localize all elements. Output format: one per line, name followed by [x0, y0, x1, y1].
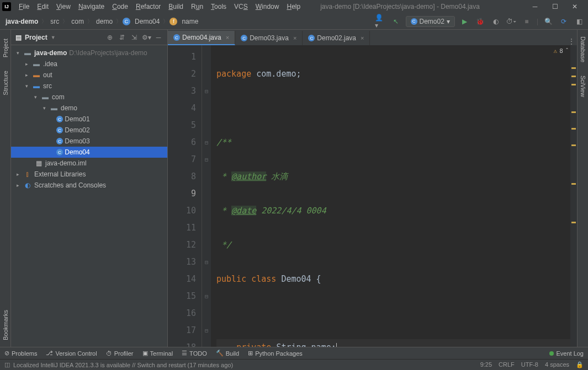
- crumb-demo[interactable]: demo: [94, 17, 115, 26]
- menu-refactor[interactable]: Refactor: [133, 2, 164, 12]
- project-tool-icon: ▤: [15, 34, 22, 41]
- tree-src[interactable]: ▾▬ src: [11, 81, 167, 92]
- chevron-down-icon: ▾: [447, 18, 450, 25]
- tab-bookmarks[interactable]: Bookmarks: [1, 303, 10, 347]
- run-config-select[interactable]: C Demo02 ▾: [406, 16, 455, 27]
- tab-project[interactable]: Project: [1, 32, 10, 64]
- tab-sciview[interactable]: SciView: [579, 69, 587, 104]
- right-tool-tabs: Database SciView: [577, 30, 588, 347]
- tab-demo03[interactable]: CDemo03.java×: [235, 31, 303, 45]
- chevron-down-icon[interactable]: ▼: [51, 35, 56, 40]
- tab-demo04[interactable]: CDemo04.java×: [168, 31, 235, 45]
- editor-area: CDemo04.java× CDemo03.java× CDemo02.java…: [168, 30, 577, 347]
- stop-button[interactable]: ■: [521, 16, 532, 27]
- menu-edit[interactable]: Edit: [34, 2, 52, 12]
- warning-icon[interactable]: ⚠: [554, 47, 558, 55]
- crumb-src[interactable]: src: [48, 17, 61, 26]
- menu-file[interactable]: File: [15, 2, 33, 12]
- menu-help[interactable]: Help: [283, 2, 304, 12]
- caret-position[interactable]: 9:25: [480, 361, 492, 368]
- tree-demo[interactable]: ▾▬ demo: [11, 103, 167, 114]
- build-icon[interactable]: ↖: [390, 16, 401, 27]
- crumb-field[interactable]: name: [179, 17, 200, 26]
- menu-navigate[interactable]: Navigate: [75, 2, 108, 12]
- breadcrumb: java-demo 〉 src 〉 com 〉 demo 〉 C Demo04 …: [3, 17, 375, 26]
- select-opened-icon[interactable]: ⊕: [105, 33, 114, 42]
- error-stripe[interactable]: [570, 45, 577, 347]
- tab-demo02[interactable]: CDemo02.java×: [303, 31, 370, 45]
- indent-info[interactable]: 4 spaces: [545, 361, 569, 368]
- tree-file-demo04[interactable]: C Demo04: [11, 147, 167, 158]
- panel-title-text: Project: [25, 34, 47, 41]
- code-area[interactable]: package com.demo; /** * @author 水滴 * @da…: [211, 45, 570, 347]
- tree-ext-lib[interactable]: ▸⫿ External Libraries: [11, 169, 167, 180]
- expand-all-icon[interactable]: ⇵: [118, 33, 126, 42]
- readonly-lock-icon[interactable]: 🔒: [576, 361, 584, 368]
- project-tree: ▾ ▬ java-demo D:\IdeaProjects\java-demo …: [11, 45, 167, 193]
- editor-body[interactable]: ⚠ 8 ˆ ˇ 12345678 9 101112131415161718 ⊟ …: [168, 45, 577, 347]
- menu-build[interactable]: Build: [165, 2, 187, 12]
- main-menu: File Edit View Navigate Code Refactor Bu…: [15, 2, 304, 12]
- crumb-com[interactable]: com: [69, 17, 86, 26]
- run-button[interactable]: ▶: [459, 16, 470, 27]
- tab-database[interactable]: Database: [579, 30, 587, 69]
- menu-tools[interactable]: Tools: [208, 2, 230, 12]
- tree-idea[interactable]: ▸▬ .idea: [11, 58, 167, 69]
- debug-button[interactable]: 🐞: [475, 16, 486, 27]
- collapse-all-icon[interactable]: ⇲: [130, 33, 139, 42]
- menu-view[interactable]: View: [53, 2, 74, 12]
- close-icon[interactable]: ×: [361, 35, 364, 41]
- menu-run[interactable]: Run: [188, 2, 206, 12]
- menu-vcs[interactable]: VCS: [231, 2, 251, 12]
- crumb-class[interactable]: Demo04: [133, 17, 162, 26]
- close-icon[interactable]: ×: [293, 35, 296, 41]
- tab-structure[interactable]: Structure: [1, 64, 10, 102]
- warning-count: 8: [559, 47, 563, 55]
- title-bar: IJ File Edit View Navigate Code Refactor…: [0, 0, 588, 13]
- tool-profiler[interactable]: ⏱Profiler: [106, 350, 134, 357]
- ide-features-button[interactable]: ◧: [574, 16, 585, 27]
- close-button[interactable]: ✕: [568, 2, 581, 11]
- tree-iml[interactable]: ▦java-demo.iml: [11, 158, 167, 169]
- tree-file-demo01[interactable]: C Demo01: [11, 114, 167, 125]
- file-encoding[interactable]: UTF-8: [521, 361, 538, 368]
- java-class-icon: C: [411, 18, 417, 25]
- menu-code[interactable]: Code: [109, 2, 131, 12]
- minimize-button[interactable]: ─: [528, 2, 542, 11]
- prev-highlight-icon[interactable]: ˆ: [565, 47, 569, 55]
- tool-build[interactable]: 🔨Build: [216, 350, 239, 357]
- tool-problems[interactable]: ⊘Problems: [4, 350, 37, 357]
- tool-terminal[interactable]: ▣Terminal: [142, 350, 173, 357]
- line-gutter: 12345678 9 101112131415161718: [168, 45, 202, 347]
- tool-window-toggle-icon[interactable]: ◫: [4, 361, 10, 368]
- status-bar: ◫ Localized IntelliJ IDEA 2021.3.3 is av…: [0, 359, 588, 370]
- tree-com[interactable]: ▾▬ com: [11, 92, 167, 103]
- maximize-button[interactable]: ☐: [548, 2, 561, 11]
- coverage-button[interactable]: ◐: [490, 16, 501, 27]
- tool-vcs[interactable]: ⎇Version Control: [46, 350, 97, 357]
- crumb-root[interactable]: java-demo: [3, 17, 40, 26]
- window-title: java-demo [D:\IdeaProjects\java-demo] - …: [304, 3, 528, 10]
- user-icon[interactable]: 👤▾: [375, 16, 386, 27]
- tabs-overflow-icon[interactable]: ⋮: [566, 37, 577, 45]
- tree-file-demo03[interactable]: C Demo03: [11, 136, 167, 147]
- close-icon[interactable]: ×: [226, 34, 229, 41]
- tree-root[interactable]: ▾ ▬ java-demo D:\IdeaProjects\java-demo: [11, 47, 167, 58]
- status-message[interactable]: Localized IntelliJ IDEA 2021.3.3 is avai…: [13, 362, 480, 368]
- sync-button[interactable]: ⟳: [558, 16, 569, 27]
- settings-icon[interactable]: ⚙▾: [142, 33, 151, 42]
- tree-scratches[interactable]: ▸◐ Scratches and Consoles: [11, 180, 167, 191]
- tool-event-log[interactable]: Event Log: [549, 350, 584, 357]
- profile-button[interactable]: ⏱▾: [506, 16, 517, 27]
- line-separator[interactable]: CRLF: [499, 361, 515, 368]
- tool-todo[interactable]: ☰TODO: [182, 350, 207, 357]
- project-panel: ▤ Project ▼ ⊕ ⇵ ⇲ ⚙▾ ─ ▾ ▬ java-demo D:\…: [11, 30, 168, 347]
- bottom-toolbar: ⊘Problems ⎇Version Control ⏱Profiler ▣Te…: [0, 347, 588, 359]
- tree-out[interactable]: ▸▬ out: [11, 69, 167, 81]
- tree-file-demo02[interactable]: C Demo02: [11, 125, 167, 136]
- editor-tabs: CDemo04.java× CDemo03.java× CDemo02.java…: [168, 30, 577, 45]
- tool-python[interactable]: ⊞Python Packages: [248, 350, 303, 357]
- hide-panel-icon[interactable]: ─: [154, 33, 163, 42]
- menu-window[interactable]: Window: [252, 2, 283, 12]
- search-button[interactable]: 🔍: [543, 16, 554, 27]
